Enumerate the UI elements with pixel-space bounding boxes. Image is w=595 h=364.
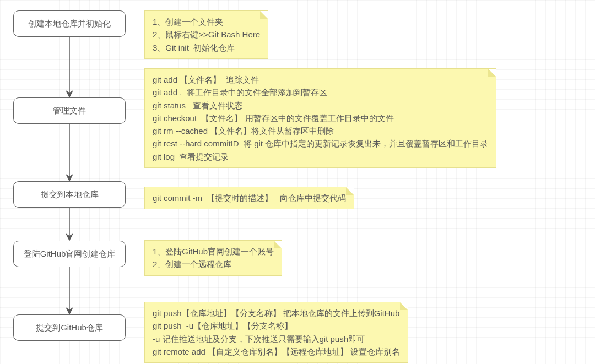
flow-node-label: 管理文件 xyxy=(53,105,86,116)
flow-node-commit-local: 提交到本地仓库 xyxy=(13,181,126,208)
flow-node-github-push: 提交到GitHub仓库 xyxy=(13,314,126,341)
flow-node-label: 提交到GitHub仓库 xyxy=(36,322,103,333)
flow-node-label: 提交到本地仓库 xyxy=(41,189,99,200)
flow-node-label: 登陆GitHub官网创建仓库 xyxy=(24,248,116,259)
flow-node-manage-files: 管理文件 xyxy=(13,97,126,124)
flow-node-init-repo: 创建本地仓库并初始化 xyxy=(13,10,126,37)
note-manage-files: git add 【文件名】 追踪文件 git add . 将工作目录中的文件全部… xyxy=(144,68,496,168)
note-github-push: git push【仓库地址】【分支名称】 把本地仓库的文件上传到GitHub g… xyxy=(144,302,408,363)
note-commit-local: git commit -m 【提交时的描述】 向仓库中提交代码 xyxy=(144,187,354,209)
flow-node-github-create: 登陆GitHub官网创建仓库 xyxy=(13,241,126,267)
note-github-create: 1、登陆GitHub官网创建一个账号 2、创建一个远程仓库 xyxy=(144,240,282,276)
flow-node-label: 创建本地仓库并初始化 xyxy=(28,18,111,29)
note-init-repo: 1、创建一个文件夹 2、鼠标右键>>Git Bash Here 3、Git in… xyxy=(144,10,268,59)
